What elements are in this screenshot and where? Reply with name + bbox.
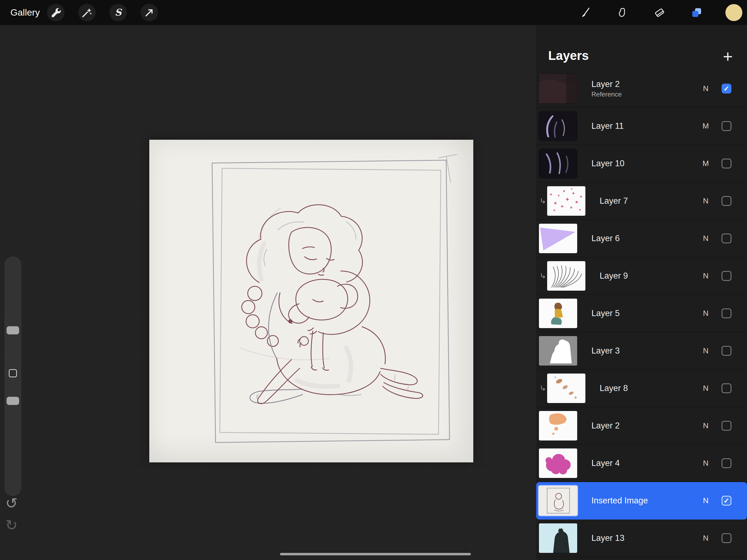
layer-text: Layer 8 (600, 383, 628, 393)
add-layer-button[interactable]: + (723, 50, 733, 63)
blend-mode-badge[interactable]: N (700, 422, 711, 430)
svg-text:S: S (114, 7, 122, 18)
layer-row[interactable]: Layer 9 N ✓ (536, 257, 747, 295)
visibility-checkbox[interactable]: ✓ (722, 233, 731, 244)
transform-arrow-icon (143, 6, 155, 19)
blend-mode-badge[interactable]: N (700, 384, 711, 393)
transform-button[interactable] (140, 4, 158, 21)
layer-name: Layer 10 (591, 159, 624, 169)
layer-row[interactable]: Layer 4 N ✓ (536, 444, 747, 482)
layer-row[interactable]: Layer 6 N ✓ (536, 220, 747, 257)
visibility-checkbox[interactable]: ✓ (722, 196, 731, 206)
blend-mode-badge[interactable]: N (700, 309, 711, 318)
layer-name: Layer 9 (600, 271, 628, 281)
layer-thumbnail[interactable] (539, 486, 577, 515)
layer-row[interactable]: Layer 10 M ✓ (536, 145, 747, 182)
top-toolbar: Gallery S (0, 0, 747, 25)
gallery-button[interactable]: Gallery (0, 7, 47, 18)
magic-wand-icon (81, 6, 93, 19)
blend-mode-badge[interactable]: M (700, 122, 711, 130)
layer-text: Layer 10 (591, 159, 624, 169)
visibility-checkbox[interactable]: ✓ (722, 346, 731, 356)
visibility-checkbox[interactable]: ✓ (722, 84, 731, 94)
selection-s-icon: S (112, 6, 124, 19)
layer-name: Layer 2 (591, 79, 622, 89)
layer-thumbnail[interactable] (539, 299, 577, 328)
home-indicator[interactable] (280, 553, 471, 555)
layer-row[interactable]: Inserted Image N ✓ (536, 482, 747, 519)
smudge-icon (616, 6, 628, 19)
layer-text: Layer 6 (591, 233, 620, 244)
layer-thumbnail[interactable] (539, 524, 577, 553)
visibility-checkbox[interactable]: ✓ (722, 458, 731, 468)
blend-mode-badge[interactable]: N (700, 534, 711, 542)
visibility-checkbox[interactable]: ✓ (722, 271, 731, 281)
color-button[interactable] (725, 4, 743, 21)
color-circle-icon (725, 4, 742, 21)
layer-row[interactable]: Layer 8 N ✓ (536, 370, 747, 407)
layer-subtitle: Reference (591, 91, 622, 98)
layer-thumbnail[interactable] (539, 336, 577, 365)
layer-name: Layer 6 (591, 233, 620, 244)
layers-icon (691, 6, 703, 19)
visibility-checkbox[interactable]: ✓ (722, 533, 731, 543)
layer-name: Layer 11 (591, 121, 624, 131)
redo-arrow-icon[interactable]: ↻ (4, 517, 19, 533)
layer-row[interactable]: Layer 2 N ✓ (536, 407, 747, 444)
clipping-mask-icon (539, 197, 547, 205)
layer-thumbnail[interactable] (539, 74, 577, 103)
blend-mode-badge[interactable]: N (700, 347, 711, 355)
layer-thumbnail[interactable] (539, 149, 577, 178)
layer-list: Layer 2 Reference N ✓ Layer 11 M ✓ Layer… (536, 70, 747, 560)
layer-thumbnail[interactable] (547, 374, 585, 403)
blend-mode-badge[interactable]: N (700, 272, 711, 280)
layer-thumbnail[interactable] (539, 111, 577, 141)
layers-panel-title: Layers (548, 48, 589, 63)
visibility-checkbox[interactable]: ✓ (722, 383, 731, 393)
layer-row[interactable]: Layer 3 N ✓ (536, 332, 747, 370)
blend-mode-badge[interactable]: N (700, 197, 711, 205)
brush-size-slider[interactable] (6, 326, 19, 334)
canvas[interactable] (149, 140, 473, 462)
layer-row[interactable]: Layer 11 M ✓ (536, 107, 747, 145)
eraser-icon (653, 6, 666, 19)
paint-button[interactable] (576, 4, 594, 21)
opacity-slider[interactable] (6, 397, 19, 405)
smudge-button[interactable] (614, 4, 631, 21)
layer-row[interactable]: Layer 13 N ✓ (536, 519, 747, 557)
layer-row[interactable]: Layer 5 N ✓ (536, 295, 747, 332)
blend-mode-badge[interactable]: N (700, 234, 711, 243)
clipping-mask-icon (539, 384, 547, 392)
visibility-checkbox[interactable]: ✓ (722, 421, 731, 431)
visibility-checkbox[interactable]: ✓ (722, 308, 731, 318)
actions-button[interactable] (47, 4, 65, 21)
visibility-checkbox[interactable]: ✓ (722, 159, 731, 169)
layer-row[interactable]: Layer 7 N ✓ (536, 182, 747, 220)
layer-row[interactable]: Layer 2 Reference N ✓ (536, 70, 747, 107)
adjustments-button[interactable] (78, 4, 96, 21)
visibility-checkbox[interactable]: ✓ (722, 121, 731, 131)
selection-button[interactable]: S (109, 4, 127, 21)
undo-arrow-icon[interactable]: ↺ (4, 495, 19, 511)
layer-thumbnail[interactable] (539, 224, 577, 253)
blend-mode-badge[interactable]: N (700, 84, 711, 93)
blend-mode-badge[interactable]: M (700, 159, 711, 168)
checkmark-icon: ✓ (723, 497, 729, 504)
right-tool-strip (576, 4, 747, 21)
wrench-icon (50, 6, 62, 19)
layers-panel-header: Layers + (536, 25, 747, 70)
procreate-app: Gallery S ↺ ↻ (0, 0, 747, 560)
blend-mode-badge[interactable]: N (700, 459, 711, 467)
blend-mode-badge[interactable]: N (700, 496, 711, 505)
layer-thumbnail[interactable] (539, 411, 577, 440)
layer-thumbnail[interactable] (539, 449, 577, 478)
layer-thumbnail[interactable] (547, 261, 585, 291)
visibility-checkbox[interactable]: ✓ (722, 496, 731, 506)
erase-button[interactable] (651, 4, 668, 21)
layer-text: Layer 5 (591, 308, 620, 318)
layer-thumbnail[interactable] (547, 186, 585, 216)
layer-name: Layer 5 (591, 308, 620, 318)
layer-text: Layer 2 Reference (591, 79, 622, 98)
layers-button[interactable] (688, 4, 705, 21)
modify-button[interactable] (9, 369, 17, 377)
